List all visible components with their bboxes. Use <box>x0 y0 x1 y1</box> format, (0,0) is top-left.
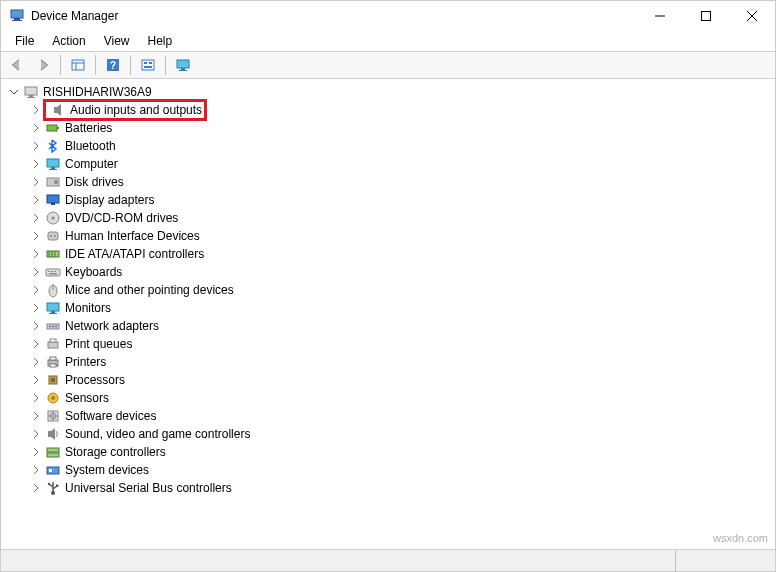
svg-rect-4 <box>702 12 711 21</box>
svg-rect-41 <box>46 269 60 276</box>
window-title: Device Manager <box>31 9 118 23</box>
tree-node-label: Human Interface Devices <box>65 229 200 243</box>
tree-node-computer[interactable]: Computer <box>5 155 775 173</box>
chevron-down-icon[interactable] <box>7 85 21 99</box>
tree-node-sound[interactable]: Sound, video and game controllers <box>5 425 775 443</box>
chevron-right-icon[interactable] <box>29 139 43 153</box>
chevron-right-icon[interactable] <box>29 283 43 297</box>
close-button[interactable] <box>729 1 775 31</box>
menu-file[interactable]: File <box>7 33 42 49</box>
svg-rect-70 <box>47 453 59 457</box>
tree-node-label: Display adapters <box>65 193 154 207</box>
chevron-right-icon[interactable] <box>29 355 43 369</box>
chevron-right-icon[interactable] <box>29 157 43 171</box>
tree-node-label: DVD/CD-ROM drives <box>65 211 178 225</box>
svg-rect-59 <box>50 364 56 367</box>
maximize-button[interactable] <box>683 1 729 31</box>
tree-node-label: Mice and other pointing devices <box>65 283 234 297</box>
hid-icon <box>45 228 61 244</box>
chevron-right-icon[interactable] <box>29 121 43 135</box>
chevron-right-icon[interactable] <box>29 319 43 333</box>
svg-rect-2 <box>12 20 22 21</box>
tree-node-cdrom[interactable]: DVD/CD-ROM drives <box>5 209 775 227</box>
forward-button[interactable] <box>31 53 55 77</box>
usb-icon <box>45 480 61 496</box>
mouse-icon <box>45 282 61 298</box>
tree-node-label: Keyboards <box>65 265 122 279</box>
chevron-right-icon[interactable] <box>29 445 43 459</box>
svg-rect-56 <box>50 339 56 342</box>
tree-node-disk[interactable]: Disk drives <box>5 173 775 191</box>
audio-icon <box>50 102 66 118</box>
svg-rect-78 <box>56 485 58 487</box>
tree-node-label: Sound, video and game controllers <box>65 427 250 441</box>
chevron-right-icon[interactable] <box>29 409 43 423</box>
tree-node-storage[interactable]: Storage controllers <box>5 443 775 461</box>
tree-node-label: Bluetooth <box>65 139 116 153</box>
tree-node-mouse[interactable]: Mice and other pointing devices <box>5 281 775 299</box>
tree-node-label: Disk drives <box>65 175 124 189</box>
help-button[interactable]: ? <box>101 53 125 77</box>
monitor-button[interactable] <box>171 53 195 77</box>
tree-node-printq[interactable]: Print queues <box>5 335 775 353</box>
svg-rect-14 <box>149 62 152 64</box>
tree-node-display[interactable]: Display adapters <box>5 191 775 209</box>
chevron-right-icon[interactable] <box>29 391 43 405</box>
chevron-right-icon[interactable] <box>29 373 43 387</box>
svg-rect-7 <box>72 60 84 70</box>
menu-action[interactable]: Action <box>44 33 93 49</box>
svg-rect-45 <box>49 273 57 275</box>
chevron-right-icon[interactable] <box>29 463 43 477</box>
show-hide-console-tree-button[interactable] <box>66 53 90 77</box>
chevron-right-icon[interactable] <box>29 193 43 207</box>
toolbar-separator <box>165 55 166 75</box>
tree-node-printer[interactable]: Printers <box>5 353 775 371</box>
menu-help[interactable]: Help <box>140 33 181 49</box>
tree-node-ide[interactable]: IDE ATA/ATAPI controllers <box>5 245 775 263</box>
tree-node-label: Network adapters <box>65 319 159 333</box>
svg-rect-25 <box>47 159 59 167</box>
chevron-right-icon[interactable] <box>29 247 43 261</box>
tree-node-keyboard[interactable]: Keyboards <box>5 263 775 281</box>
tree-node-battery[interactable]: Batteries <box>5 119 775 137</box>
tree-node-audio[interactable]: Audio inputs and outputs <box>5 101 775 119</box>
minimize-button[interactable] <box>637 1 683 31</box>
chevron-right-icon[interactable] <box>29 427 43 441</box>
display-icon <box>45 192 61 208</box>
tree-node-sensor[interactable]: Sensors <box>5 389 775 407</box>
chevron-right-icon[interactable] <box>29 337 43 351</box>
svg-rect-71 <box>47 467 59 474</box>
app-icon <box>9 8 25 24</box>
chevron-right-icon[interactable] <box>29 301 43 315</box>
svg-rect-21 <box>27 97 35 98</box>
tree-node-monitor[interactable]: Monitors <box>5 299 775 317</box>
svg-point-52 <box>49 326 51 328</box>
back-button[interactable] <box>5 53 29 77</box>
device-tree[interactable]: RISHIDHARIW36A9 Audio inputs and outputs… <box>1 79 775 549</box>
chevron-right-icon[interactable] <box>29 265 43 279</box>
chevron-right-icon[interactable] <box>29 103 43 117</box>
tree-node-bluetooth[interactable]: Bluetooth <box>5 137 775 155</box>
chevron-right-icon[interactable] <box>29 481 43 495</box>
tree-node-hid[interactable]: Human Interface Devices <box>5 227 775 245</box>
tree-node-system[interactable]: System devices <box>5 461 775 479</box>
tree-node-label: Computer <box>65 157 118 171</box>
scan-hardware-button[interactable] <box>136 53 160 77</box>
chevron-right-icon[interactable] <box>29 229 43 243</box>
computer-icon <box>45 156 61 172</box>
statusbar <box>1 549 775 571</box>
tree-node-label: Batteries <box>65 121 112 135</box>
chevron-right-icon[interactable] <box>29 211 43 225</box>
tree-node-usb[interactable]: Universal Serial Bus controllers <box>5 479 775 497</box>
menubar: File Action View Help <box>1 31 775 51</box>
svg-rect-18 <box>179 70 187 71</box>
tree-node-software[interactable]: Software devices <box>5 407 775 425</box>
svg-point-33 <box>52 217 55 220</box>
svg-rect-44 <box>54 271 56 272</box>
chevron-right-icon[interactable] <box>29 175 43 189</box>
toolbar-separator <box>130 55 131 75</box>
tree-node-network[interactable]: Network adapters <box>5 317 775 335</box>
menu-view[interactable]: View <box>96 33 138 49</box>
svg-rect-1 <box>14 18 20 20</box>
tree-node-cpu[interactable]: Processors <box>5 371 775 389</box>
